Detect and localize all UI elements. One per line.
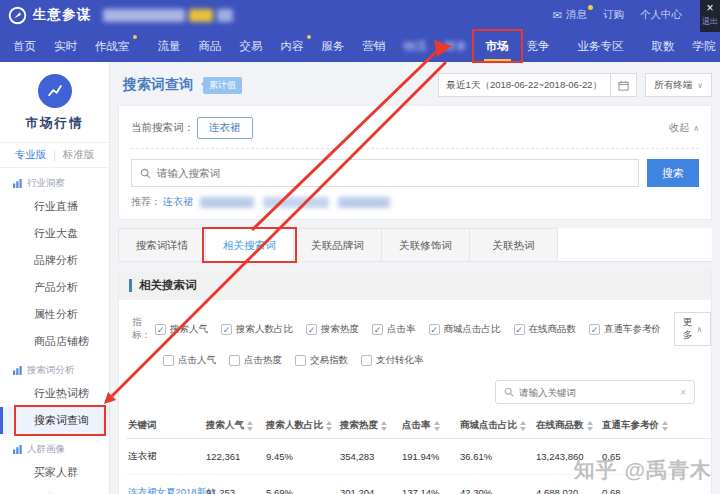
nav-item-academy[interactable]: 学院 bbox=[684, 30, 720, 62]
subscribe-link[interactable]: 订购 bbox=[603, 8, 624, 22]
calendar-button[interactable] bbox=[611, 73, 637, 97]
clear-icon[interactable]: × bbox=[680, 387, 686, 398]
indicator-search-heat[interactable]: ✓搜索热度 bbox=[306, 323, 359, 336]
result-tabs: 搜索词详情 相关搜索词 关联品牌词 关联修饰词 关联热词 bbox=[118, 228, 712, 262]
search-button[interactable]: 搜索 bbox=[647, 159, 699, 187]
date-range-picker[interactable]: 最近1天（2018-06-22~2018-06-22） bbox=[438, 73, 612, 97]
indicator-online-items[interactable]: ✓在线商品数 bbox=[514, 323, 577, 336]
nav-item-realtime[interactable]: 实时 bbox=[45, 30, 86, 62]
column-header-search-popularity[interactable]: 搜索人气 bbox=[204, 419, 264, 432]
terminal-select[interactable]: 所有终端 ∨ bbox=[645, 73, 712, 97]
search-card: 当前搜索词： 连衣裙 收起 ∧ 搜索 推荐： 连衣裙 bbox=[118, 105, 712, 220]
indicator-searcher-share[interactable]: ✓搜索人数占比 bbox=[221, 323, 293, 336]
recommend-term-link[interactable]: 连衣裙 bbox=[163, 195, 193, 209]
section-chart-icon bbox=[13, 179, 22, 188]
column-header-click-rate[interactable]: 点击率 bbox=[400, 419, 458, 432]
tab-standard-version[interactable]: 标准版 bbox=[63, 148, 95, 162]
sidebar-item-search-word-query[interactable]: 搜索词查询 bbox=[0, 407, 109, 434]
profile-link[interactable]: 个人中心 bbox=[640, 8, 682, 22]
indicator-click-rate[interactable]: ✓点击率 bbox=[372, 323, 416, 336]
nav-item-data-fetch[interactable]: 取数 bbox=[643, 30, 684, 62]
nav-item-finance-blurred[interactable]: 财务 bbox=[436, 30, 477, 62]
indicator-trade-index[interactable]: 交易指数 bbox=[295, 354, 348, 367]
notification-dot bbox=[588, 5, 593, 10]
sort-icon[interactable] bbox=[520, 421, 526, 431]
sidebar-item-shop-ranking[interactable]: 商品店铺榜 bbox=[0, 328, 109, 355]
sidebar: 市场行情 专业版 | 标准版 行业洞察 行业直播 行业大盘 品牌分析 产品分析 … bbox=[0, 62, 110, 494]
calendar-icon bbox=[618, 80, 629, 91]
shop-name-blurred bbox=[103, 9, 233, 22]
search-input[interactable] bbox=[157, 167, 630, 179]
sort-icon[interactable] bbox=[662, 421, 668, 431]
main-content: 搜索词查询 累计值 最近1天（2018-06-22~2018-06-22） 所有… bbox=[110, 62, 720, 494]
sidebar-item-brand-analysis[interactable]: 品牌分析 bbox=[0, 247, 109, 274]
indicator-click-heat[interactable]: 点击热度 bbox=[229, 354, 282, 367]
keyword-filter-input[interactable] bbox=[519, 387, 675, 398]
current-term-chip[interactable]: 连衣裙 bbox=[197, 117, 253, 139]
indicators-label: 指标： bbox=[132, 316, 151, 342]
current-term-row: 当前搜索词： 连衣裙 收起 ∧ bbox=[131, 114, 699, 149]
tab-search-word-detail[interactable]: 搜索词详情 bbox=[118, 228, 206, 262]
nav-item-logistics-blurred[interactable]: 物流 bbox=[395, 30, 436, 62]
indicator-mall-click-share[interactable]: ✓商城点击占比 bbox=[429, 323, 501, 336]
nav-item-service[interactable]: 服务 bbox=[313, 30, 354, 62]
sort-icon[interactable] bbox=[247, 421, 253, 431]
close-icon: × bbox=[706, 2, 713, 14]
indicator-ztc-price[interactable]: ✓直通车参考价 bbox=[589, 323, 661, 336]
more-button[interactable]: 更多 ∧ bbox=[674, 312, 711, 346]
app-logo-icon bbox=[8, 6, 27, 25]
exit-label: 退出 bbox=[702, 16, 718, 27]
checkbox-checked-icon: ✓ bbox=[514, 324, 525, 335]
column-header-mall-click-share[interactable]: 商城点击占比 bbox=[458, 419, 534, 432]
nav-item-traffic[interactable]: 流量 bbox=[149, 30, 190, 62]
column-header-searcher-share[interactable]: 搜索人数占比 bbox=[264, 419, 338, 432]
indicator-pay-conversion[interactable]: 支付转化率 bbox=[361, 354, 424, 367]
nav-item-goods[interactable]: 商品 bbox=[190, 30, 231, 62]
sort-icon[interactable] bbox=[381, 421, 387, 431]
tab-pro-version[interactable]: 专业版 bbox=[15, 148, 47, 162]
exit-button[interactable]: × 退出 bbox=[700, 0, 720, 32]
tab-related-brand-words[interactable]: 关联品牌词 bbox=[294, 228, 382, 262]
value-cell: 137.14% bbox=[400, 487, 458, 494]
chevron-up-icon: ∧ bbox=[693, 124, 699, 133]
tab-related-hot-words[interactable]: 关联热词 bbox=[470, 228, 558, 262]
sort-icon[interactable] bbox=[587, 421, 593, 431]
value-cell: 354,283 bbox=[338, 451, 400, 462]
sidebar-item-product-analysis[interactable]: 产品分析 bbox=[0, 274, 109, 301]
nav-item-business-zone[interactable]: 业务专区 bbox=[569, 30, 633, 62]
sidebar-item-hot-words[interactable]: 行业热词榜 bbox=[0, 380, 109, 407]
indicator-click-popularity[interactable]: 点击人气 bbox=[163, 354, 216, 367]
table-header-row: 关键词 搜索人气 搜索人数占比 搜索热度 点击率 商城点击占比 在线商品数 直通… bbox=[126, 413, 711, 439]
messages-link[interactable]: ✉ 消息 bbox=[553, 8, 587, 22]
sidebar-item-seller-audience[interactable]: 卖家人群 bbox=[0, 486, 109, 494]
page-title: 搜索词查询 bbox=[123, 76, 193, 94]
nav-item-trade[interactable]: 交易 bbox=[231, 30, 272, 62]
checkbox-checked-icon: ✓ bbox=[306, 324, 317, 335]
nav-item-marketing[interactable]: 营销 bbox=[354, 30, 395, 62]
chevron-up-icon: ∧ bbox=[697, 325, 703, 334]
recommend-label: 推荐： bbox=[131, 195, 161, 209]
sidebar-header: 市场行情 bbox=[0, 62, 109, 132]
column-header-search-heat[interactable]: 搜索热度 bbox=[338, 419, 400, 432]
sidebar-item-buyer-audience[interactable]: 买家人群 bbox=[0, 459, 109, 486]
nav-item-warroom[interactable]: 作战室 bbox=[86, 30, 139, 62]
new-dot-icon bbox=[307, 35, 311, 39]
sidebar-item-industry-board[interactable]: 行业大盘 bbox=[0, 220, 109, 247]
sort-icon[interactable] bbox=[434, 421, 440, 431]
tab-related-modifier-words[interactable]: 关联修饰词 bbox=[382, 228, 470, 262]
column-header-online-items[interactable]: 在线商品数 bbox=[534, 419, 600, 432]
tab-related-search-words[interactable]: 相关搜索词 bbox=[206, 228, 294, 262]
collapse-toggle[interactable]: 收起 ∧ bbox=[669, 121, 699, 135]
sidebar-item-attribute-analysis[interactable]: 属性分析 bbox=[0, 301, 109, 328]
indicator-search-popularity[interactable]: ✓搜索人气 bbox=[155, 323, 208, 336]
nav-item-home[interactable]: 首页 bbox=[4, 30, 45, 62]
nav-item-content[interactable]: 内容 bbox=[272, 30, 313, 62]
keyword-link[interactable]: 连衣裙女夏2018新款 bbox=[126, 486, 204, 494]
nav-item-competition[interactable]: 竞争 bbox=[518, 30, 559, 62]
column-header-ztc-price[interactable]: 直通车参考价 bbox=[600, 419, 688, 432]
nav-item-market[interactable]: 市场 bbox=[477, 30, 518, 62]
sidebar-item-industry-live[interactable]: 行业直播 bbox=[0, 193, 109, 220]
sort-icon[interactable] bbox=[326, 421, 332, 431]
value-cell: 9.45% bbox=[264, 451, 338, 462]
version-divider: | bbox=[53, 149, 56, 161]
